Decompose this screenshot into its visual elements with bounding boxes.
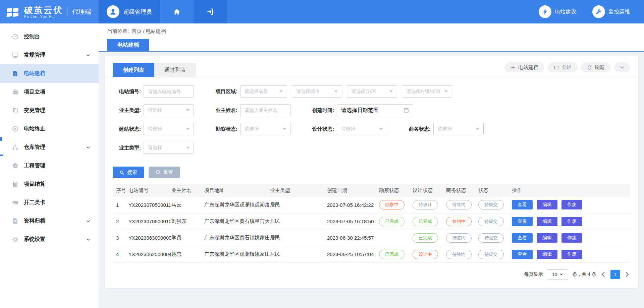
cell-address: 广东深圳龙华区观澜镇姚家庄...	[204, 246, 269, 262]
search-button[interactable]: 搜索	[113, 167, 144, 178]
void-button[interactable]: 作废	[561, 200, 582, 209]
cell-created: 2023-07-05 16:42:22	[326, 197, 378, 213]
filter-text-input[interactable]	[245, 108, 286, 113]
edit-button[interactable]: 编辑	[537, 217, 557, 226]
gauge-icon	[12, 163, 18, 169]
column-header: 业主姓名	[171, 184, 204, 197]
view-button[interactable]: 查看	[512, 250, 533, 259]
void-button[interactable]: 作废	[561, 217, 582, 226]
sidebar-item-7[interactable]: 工程管理	[0, 157, 99, 175]
caret-down-icon	[334, 90, 338, 93]
page-number-button[interactable]: 1	[610, 270, 620, 279]
cell-owner: 刘强东	[171, 213, 204, 230]
filter-select[interactable]: 请选择	[144, 142, 194, 154]
brand-name: 破茧云伏 Po Jian Yun Fu	[24, 5, 63, 18]
panel-toolbar: 电站建档 全屏 刷新	[504, 62, 630, 77]
filter-select[interactable]: 请选择	[433, 123, 484, 135]
void-button[interactable]: 作废	[561, 233, 582, 243]
tab-1[interactable]: 通过列表	[154, 63, 196, 77]
next-page-button[interactable]	[624, 271, 630, 278]
cell-code: YX2023062500004	[128, 246, 171, 262]
mode-monitor-ops[interactable]: 监控运维	[592, 5, 630, 18]
refresh-icon	[587, 65, 592, 70]
cell-owner-type: 居民	[269, 230, 326, 246]
sidebar-item-label: 项目立项	[24, 88, 45, 96]
edit-button[interactable]: 编辑	[537, 250, 557, 259]
sidebar-item-1[interactable]: 常规管理	[0, 46, 99, 64]
filter-select[interactable]: 请选择	[240, 123, 290, 135]
sidebar-item-9[interactable]: 开二类卡	[0, 193, 99, 212]
sidebar-item-label: 开二类卡	[24, 199, 45, 206]
view-button[interactable]: 查看	[512, 233, 533, 243]
filter-region-select-0[interactable]: 请选择省份	[240, 85, 287, 98]
sitemap-icon	[12, 144, 18, 150]
filter-text-input[interactable]	[148, 89, 190, 94]
filter-select[interactable]: 请选择	[144, 104, 194, 116]
per-page-select[interactable]: 10	[547, 269, 568, 280]
chevron-down-icon	[620, 65, 625, 70]
sidebar-item-6[interactable]: 仓库管理	[0, 138, 99, 157]
select-placeholder: 请选择	[148, 145, 162, 151]
breadcrumb-path[interactable]: 首页 / 电站建档	[131, 28, 166, 34]
sidebar-item-label: 工程管理	[24, 162, 45, 169]
sidebar-item-8[interactable]: 项目结算	[0, 175, 99, 193]
mode-station-build[interactable]: 电站建设	[539, 5, 576, 18]
view-button[interactable]: 查看	[512, 200, 533, 209]
column-header: 操作	[511, 184, 630, 197]
logout-icon	[207, 8, 214, 15]
cell-actions: 查看编辑作废	[511, 230, 630, 246]
reset-button[interactable]: 重置	[149, 167, 180, 178]
filter-group: 设计状态:请选择	[306, 123, 387, 135]
sidebar-item-3[interactable]: 项目立项	[0, 83, 99, 101]
page-tab[interactable]: 电站建档	[107, 39, 149, 51]
home-button[interactable]	[160, 0, 194, 23]
column-header: 创建日期	[326, 184, 378, 197]
user-menu[interactable]: 超级管理员	[99, 0, 160, 23]
sidebar-item-label: 电站终止	[24, 125, 45, 132]
view-button[interactable]: 查看	[512, 217, 533, 226]
cell-owner: 马云	[171, 197, 204, 213]
status-badge: 设计中	[413, 250, 438, 259]
filter-select[interactable]: 请选择	[337, 123, 387, 135]
tab-0[interactable]: 创建列表	[113, 63, 154, 77]
sidebar-item-11[interactable]: 系统设置	[0, 230, 99, 249]
fullscreen-icon	[554, 65, 559, 70]
sidebar-item-0[interactable]: 控制台	[0, 27, 99, 46]
sidebar-item-5[interactable]: 电站终止	[0, 120, 99, 138]
edit-button[interactable]: 编辑	[537, 200, 557, 209]
status-badge: 待签约	[446, 250, 472, 259]
sidebar-item-4[interactable]: 变更管理	[0, 101, 99, 120]
sidebar-item-2[interactable]: 电站建档	[0, 64, 99, 83]
caret-down-icon	[283, 128, 286, 130]
logout-button[interactable]	[194, 0, 227, 23]
table-row: 1 YX2023070500011 马云 广东深圳龙华区观澜镇观湖路... 居民…	[113, 197, 630, 213]
cell-survey-status: 已完成	[378, 246, 412, 262]
filter-select[interactable]: 请选择	[144, 123, 194, 135]
toolbar-button-1[interactable]: 全屏	[548, 62, 578, 72]
toolbar-button-0[interactable]: 电站建档	[504, 62, 544, 72]
cell-owner-type: 居民	[269, 197, 326, 213]
status-badge: 待提交	[478, 217, 504, 226]
prev-page-button[interactable]	[600, 271, 606, 278]
total-count-label: 条，共 4 条	[572, 271, 596, 278]
filter-label: 创建时间:	[306, 107, 334, 114]
content: 创建列表 通过列表 电站建档 全屏 刷新 电站编号:项目区域:请选择省份请选择城…	[99, 52, 644, 308]
toolbar-button-2[interactable]: 刷新	[581, 62, 611, 72]
caret-down-icon	[476, 128, 479, 130]
filter-region-select-2[interactable]: 请选择县/区	[347, 85, 397, 98]
person-icon	[109, 8, 117, 16]
status-badge: 已完成	[413, 233, 438, 243]
sidebar-item-label: 控制台	[24, 33, 40, 40]
edit-button[interactable]: 编辑	[537, 233, 557, 243]
filter-region-select-1[interactable]: 请选择城市	[292, 85, 342, 98]
date-placeholder: 请选择日期范围	[341, 107, 379, 114]
cell-status: 待提交	[478, 197, 511, 213]
toolbar-button-3[interactable]	[614, 62, 630, 72]
filter-date-range[interactable]: 请选择日期范围	[337, 104, 413, 116]
sidebar-item-10[interactable]: 资料归档	[0, 212, 99, 230]
filter-region-select-3[interactable]: 请选择村镇/街道	[402, 85, 452, 98]
status-badge: 待签约	[446, 200, 472, 209]
column-header: 业主类型	[269, 184, 326, 197]
table-row: 2 YX2023070500010 刘强东 广东深圳龙华区黄石镇星官大... 居…	[113, 213, 630, 230]
void-button[interactable]: 作废	[561, 250, 582, 259]
